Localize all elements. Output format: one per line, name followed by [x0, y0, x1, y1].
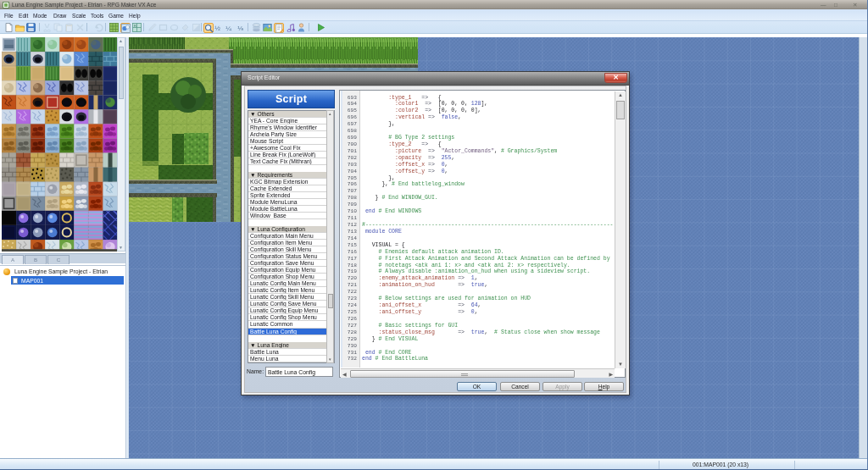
svg-text:¼: ¼	[225, 25, 231, 32]
svg-text:⅛: ⅛	[237, 25, 243, 32]
svg-text:R: R	[134, 24, 136, 28]
svg-text:½: ½	[214, 25, 220, 32]
